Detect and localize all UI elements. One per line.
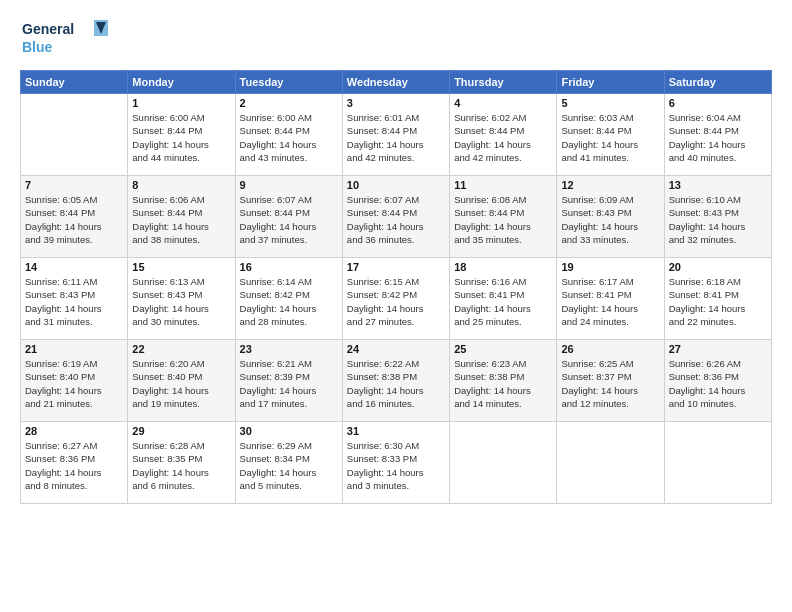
day-number: 14	[25, 261, 123, 273]
day-info: Sunrise: 6:21 AM Sunset: 8:39 PM Dayligh…	[240, 357, 338, 410]
header-monday: Monday	[128, 71, 235, 94]
day-cell: 4Sunrise: 6:02 AM Sunset: 8:44 PM Daylig…	[450, 94, 557, 176]
week-row-2: 7Sunrise: 6:05 AM Sunset: 8:44 PM Daylig…	[21, 176, 772, 258]
day-number: 10	[347, 179, 445, 191]
day-info: Sunrise: 6:00 AM Sunset: 8:44 PM Dayligh…	[132, 111, 230, 164]
day-info: Sunrise: 6:01 AM Sunset: 8:44 PM Dayligh…	[347, 111, 445, 164]
day-number: 6	[669, 97, 767, 109]
day-number: 1	[132, 97, 230, 109]
day-info: Sunrise: 6:28 AM Sunset: 8:35 PM Dayligh…	[132, 439, 230, 492]
day-cell: 28Sunrise: 6:27 AM Sunset: 8:36 PM Dayli…	[21, 422, 128, 504]
day-info: Sunrise: 6:03 AM Sunset: 8:44 PM Dayligh…	[561, 111, 659, 164]
day-cell	[664, 422, 771, 504]
day-info: Sunrise: 6:17 AM Sunset: 8:41 PM Dayligh…	[561, 275, 659, 328]
day-cell: 6Sunrise: 6:04 AM Sunset: 8:44 PM Daylig…	[664, 94, 771, 176]
header: General Blue	[20, 16, 772, 60]
day-number: 17	[347, 261, 445, 273]
day-cell: 20Sunrise: 6:18 AM Sunset: 8:41 PM Dayli…	[664, 258, 771, 340]
day-number: 16	[240, 261, 338, 273]
day-cell: 23Sunrise: 6:21 AM Sunset: 8:39 PM Dayli…	[235, 340, 342, 422]
week-row-4: 21Sunrise: 6:19 AM Sunset: 8:40 PM Dayli…	[21, 340, 772, 422]
day-info: Sunrise: 6:13 AM Sunset: 8:43 PM Dayligh…	[132, 275, 230, 328]
day-number: 27	[669, 343, 767, 355]
day-number: 19	[561, 261, 659, 273]
day-cell: 27Sunrise: 6:26 AM Sunset: 8:36 PM Dayli…	[664, 340, 771, 422]
calendar-table: SundayMondayTuesdayWednesdayThursdayFrid…	[20, 70, 772, 504]
day-number: 21	[25, 343, 123, 355]
day-number: 28	[25, 425, 123, 437]
day-cell	[21, 94, 128, 176]
day-cell: 14Sunrise: 6:11 AM Sunset: 8:43 PM Dayli…	[21, 258, 128, 340]
header-tuesday: Tuesday	[235, 71, 342, 94]
day-cell: 21Sunrise: 6:19 AM Sunset: 8:40 PM Dayli…	[21, 340, 128, 422]
day-cell: 31Sunrise: 6:30 AM Sunset: 8:33 PM Dayli…	[342, 422, 449, 504]
day-info: Sunrise: 6:11 AM Sunset: 8:43 PM Dayligh…	[25, 275, 123, 328]
day-number: 25	[454, 343, 552, 355]
day-cell: 18Sunrise: 6:16 AM Sunset: 8:41 PM Dayli…	[450, 258, 557, 340]
day-number: 9	[240, 179, 338, 191]
day-cell: 15Sunrise: 6:13 AM Sunset: 8:43 PM Dayli…	[128, 258, 235, 340]
day-number: 24	[347, 343, 445, 355]
day-cell: 7Sunrise: 6:05 AM Sunset: 8:44 PM Daylig…	[21, 176, 128, 258]
day-info: Sunrise: 6:20 AM Sunset: 8:40 PM Dayligh…	[132, 357, 230, 410]
day-info: Sunrise: 6:15 AM Sunset: 8:42 PM Dayligh…	[347, 275, 445, 328]
day-cell: 19Sunrise: 6:17 AM Sunset: 8:41 PM Dayli…	[557, 258, 664, 340]
day-cell: 9Sunrise: 6:07 AM Sunset: 8:44 PM Daylig…	[235, 176, 342, 258]
header-sunday: Sunday	[21, 71, 128, 94]
day-cell: 30Sunrise: 6:29 AM Sunset: 8:34 PM Dayli…	[235, 422, 342, 504]
day-info: Sunrise: 6:05 AM Sunset: 8:44 PM Dayligh…	[25, 193, 123, 246]
svg-text:Blue: Blue	[22, 39, 53, 55]
day-number: 15	[132, 261, 230, 273]
day-info: Sunrise: 6:29 AM Sunset: 8:34 PM Dayligh…	[240, 439, 338, 492]
day-info: Sunrise: 6:26 AM Sunset: 8:36 PM Dayligh…	[669, 357, 767, 410]
logo-svg: General Blue	[20, 16, 110, 60]
day-info: Sunrise: 6:16 AM Sunset: 8:41 PM Dayligh…	[454, 275, 552, 328]
day-number: 22	[132, 343, 230, 355]
logo: General Blue	[20, 16, 110, 60]
day-info: Sunrise: 6:07 AM Sunset: 8:44 PM Dayligh…	[240, 193, 338, 246]
day-number: 20	[669, 261, 767, 273]
day-cell: 2Sunrise: 6:00 AM Sunset: 8:44 PM Daylig…	[235, 94, 342, 176]
day-number: 3	[347, 97, 445, 109]
day-number: 7	[25, 179, 123, 191]
day-number: 13	[669, 179, 767, 191]
day-info: Sunrise: 6:06 AM Sunset: 8:44 PM Dayligh…	[132, 193, 230, 246]
day-number: 4	[454, 97, 552, 109]
day-cell: 13Sunrise: 6:10 AM Sunset: 8:43 PM Dayli…	[664, 176, 771, 258]
day-info: Sunrise: 6:04 AM Sunset: 8:44 PM Dayligh…	[669, 111, 767, 164]
day-info: Sunrise: 6:14 AM Sunset: 8:42 PM Dayligh…	[240, 275, 338, 328]
week-row-1: 1Sunrise: 6:00 AM Sunset: 8:44 PM Daylig…	[21, 94, 772, 176]
day-number: 30	[240, 425, 338, 437]
day-cell: 16Sunrise: 6:14 AM Sunset: 8:42 PM Dayli…	[235, 258, 342, 340]
day-info: Sunrise: 6:27 AM Sunset: 8:36 PM Dayligh…	[25, 439, 123, 492]
day-number: 26	[561, 343, 659, 355]
day-info: Sunrise: 6:10 AM Sunset: 8:43 PM Dayligh…	[669, 193, 767, 246]
day-cell: 22Sunrise: 6:20 AM Sunset: 8:40 PM Dayli…	[128, 340, 235, 422]
day-info: Sunrise: 6:23 AM Sunset: 8:38 PM Dayligh…	[454, 357, 552, 410]
day-info: Sunrise: 6:30 AM Sunset: 8:33 PM Dayligh…	[347, 439, 445, 492]
day-number: 18	[454, 261, 552, 273]
page: General Blue SundayMondayTuesdayWednesda…	[0, 0, 792, 612]
day-info: Sunrise: 6:18 AM Sunset: 8:41 PM Dayligh…	[669, 275, 767, 328]
header-saturday: Saturday	[664, 71, 771, 94]
day-cell: 24Sunrise: 6:22 AM Sunset: 8:38 PM Dayli…	[342, 340, 449, 422]
day-cell: 10Sunrise: 6:07 AM Sunset: 8:44 PM Dayli…	[342, 176, 449, 258]
svg-text:General: General	[22, 21, 74, 37]
header-thursday: Thursday	[450, 71, 557, 94]
day-cell: 17Sunrise: 6:15 AM Sunset: 8:42 PM Dayli…	[342, 258, 449, 340]
day-info: Sunrise: 6:02 AM Sunset: 8:44 PM Dayligh…	[454, 111, 552, 164]
day-cell: 8Sunrise: 6:06 AM Sunset: 8:44 PM Daylig…	[128, 176, 235, 258]
week-row-3: 14Sunrise: 6:11 AM Sunset: 8:43 PM Dayli…	[21, 258, 772, 340]
day-info: Sunrise: 6:07 AM Sunset: 8:44 PM Dayligh…	[347, 193, 445, 246]
day-cell: 29Sunrise: 6:28 AM Sunset: 8:35 PM Dayli…	[128, 422, 235, 504]
day-number: 2	[240, 97, 338, 109]
day-cell: 3Sunrise: 6:01 AM Sunset: 8:44 PM Daylig…	[342, 94, 449, 176]
day-info: Sunrise: 6:19 AM Sunset: 8:40 PM Dayligh…	[25, 357, 123, 410]
day-info: Sunrise: 6:22 AM Sunset: 8:38 PM Dayligh…	[347, 357, 445, 410]
header-friday: Friday	[557, 71, 664, 94]
day-cell	[557, 422, 664, 504]
day-info: Sunrise: 6:00 AM Sunset: 8:44 PM Dayligh…	[240, 111, 338, 164]
day-cell	[450, 422, 557, 504]
day-cell: 5Sunrise: 6:03 AM Sunset: 8:44 PM Daylig…	[557, 94, 664, 176]
day-cell: 11Sunrise: 6:08 AM Sunset: 8:44 PM Dayli…	[450, 176, 557, 258]
